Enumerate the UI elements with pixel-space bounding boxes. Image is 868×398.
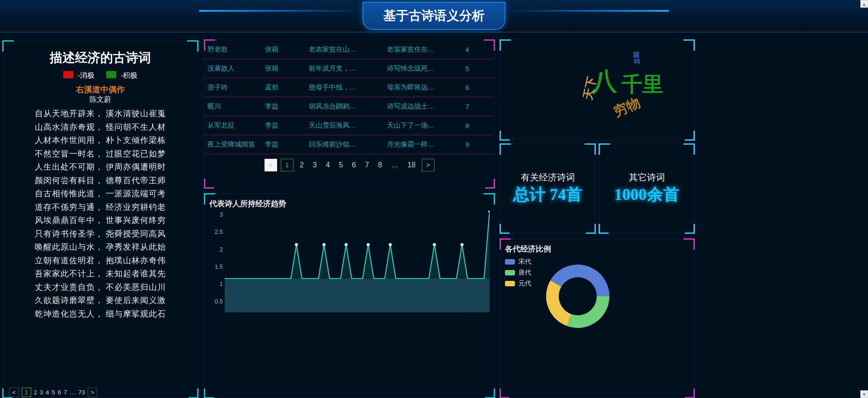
pie-legend-item[interactable]: 宋代	[505, 258, 531, 266]
stat-econ-label: 有关经济诗词	[500, 171, 595, 184]
mini-pager: <1234567…73>	[9, 388, 97, 397]
scroll-down-icon[interactable]: ▼	[860, 390, 868, 398]
mini-page-2[interactable]: 2	[34, 389, 37, 396]
mini-next[interactable]: >	[88, 388, 98, 397]
table-row[interactable]: 野老歌张籍老农家贫在山…老翁家贫住在…4	[205, 40, 494, 59]
page-6[interactable]: 6	[349, 161, 359, 169]
stat-other-value: 1000余首	[599, 184, 694, 206]
svg-point-5	[389, 243, 392, 246]
stat-econ-value: 总计 74首	[500, 184, 595, 206]
page-3[interactable]: 3	[310, 161, 320, 169]
page-18[interactable]: 18	[405, 161, 418, 169]
svg-point-3	[344, 243, 348, 246]
mini-page-3[interactable]: 3	[40, 389, 43, 396]
mini-page-6[interactable]: 6	[58, 389, 61, 396]
svg-point-8	[488, 211, 490, 212]
mini-page-1[interactable]: 1	[22, 388, 31, 397]
legend-positive-swatch	[106, 71, 116, 78]
page-7[interactable]: 7	[362, 161, 372, 169]
line-chart	[225, 211, 490, 313]
wordcloud-word[interactable]: 随官	[632, 52, 641, 65]
donut-chart	[539, 258, 616, 335]
stat-econ: 有关经济诗词 总计 74首	[500, 144, 595, 233]
legend-negative-label: -消极	[78, 71, 94, 81]
page-8[interactable]: 8	[375, 161, 385, 169]
table-row[interactable]: 从军北征李益天山雪后海风…天山下了一场…8	[205, 116, 494, 135]
svg-point-7	[461, 243, 464, 246]
mini-page-73[interactable]: 73	[78, 389, 85, 396]
poem-panel: 描述经济的古诗词 -消极 -积极 右溪道中偶作 陈文蔚 自从天地开辟来， 溪水清…	[3, 41, 198, 398]
svg-point-4	[367, 243, 370, 246]
scroll-up-icon[interactable]: ▲	[860, 0, 868, 8]
legend-positive-label: -积极	[121, 71, 137, 81]
trend-chart-panel: 代表诗人所持经济趋势 0.511.522.53	[204, 194, 495, 398]
pie-legend-item[interactable]: 元代	[505, 280, 531, 288]
left-title: 描述经济的古诗词	[8, 49, 193, 66]
poem-table-panel: 野老歌张籍老农家贫在山…老翁家贫住在…4 没蕃故人张籍前年戍月支，…诗写悼念战死…	[204, 40, 495, 188]
svg-point-2	[322, 243, 326, 246]
wordcloud-panel: 八千里穷物天下随官	[500, 40, 694, 140]
wordcloud: 八千里穷物天下随官	[500, 40, 694, 140]
pie-legend-item[interactable]: 唐代	[505, 269, 531, 277]
table-row[interactable]: 没蕃故人张籍前年戍月支，…诗写悼念战死…5	[205, 59, 494, 78]
chart-title: 代表诗人所持经济趋势	[209, 199, 490, 209]
mini-page-5[interactable]: 5	[52, 389, 55, 396]
stat-row: 有关经济诗词 总计 74首 其它诗词 1000余首	[500, 144, 694, 233]
page-prev[interactable]: <	[264, 159, 277, 171]
mini-page-…[interactable]: …	[70, 389, 75, 396]
mini-page-4[interactable]: 4	[46, 389, 49, 396]
page-1[interactable]: 1	[281, 159, 293, 171]
svg-point-6	[433, 243, 436, 246]
wordcloud-word[interactable]: 千里	[622, 71, 663, 99]
pie-title: 各代经济比例	[505, 244, 689, 254]
stat-other-label: 其它诗词	[599, 171, 694, 184]
page-…[interactable]: …	[388, 161, 401, 169]
sentiment-legend: -消极 -积极	[8, 71, 193, 81]
stat-other: 其它诗词 1000余首	[599, 144, 694, 233]
page-2[interactable]: 2	[297, 161, 307, 169]
page-5[interactable]: 5	[336, 161, 346, 169]
poem-title: 右溪道中偶作	[8, 84, 193, 95]
svg-point-1	[295, 243, 298, 246]
table-row[interactable]: 夜上受降城闻笛李益回乐烽前沙似…月光像霜一样…9	[205, 135, 494, 154]
mini-prev[interactable]: <	[9, 388, 19, 397]
poem-author: 陈文蔚	[8, 95, 193, 104]
table-row[interactable]: 游子吟孟郊慈母手中线，…母亲为即将远…6	[205, 78, 494, 97]
chart-area: 0.511.522.53	[225, 211, 490, 315]
page-next[interactable]: >	[422, 159, 434, 171]
table-pager: <12345678…18>	[205, 159, 494, 171]
page-4[interactable]: 4	[323, 161, 333, 169]
table-row[interactable]: 暖川李益胡风冻合鸊鹈…诗写戍边战士…7	[205, 97, 494, 116]
page-title: 基于古诗语义分析	[363, 2, 505, 30]
legend-negative-swatch	[63, 71, 73, 78]
page-header: 基于古诗语义分析	[0, 0, 868, 33]
poem-table: 野老歌张籍老农家贫在山…老翁家贫住在…4 没蕃故人张籍前年戍月支，…诗写悼念战死…	[205, 40, 494, 154]
pie-legend: 宋代 唐代 元代	[505, 258, 531, 288]
poem-body: 自从天地开辟来， 溪水清驶山崔嵬山高水清亦奇观， 怪问胡不生人材人材本作世间用，…	[8, 107, 193, 321]
mini-page-7[interactable]: 7	[64, 389, 67, 396]
pie-panel: 各代经济比例 宋代 唐代 元代	[500, 239, 694, 398]
